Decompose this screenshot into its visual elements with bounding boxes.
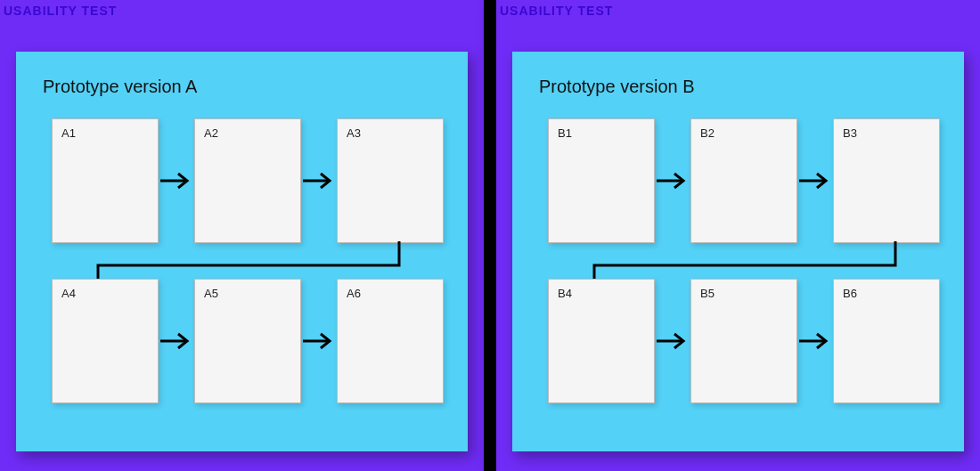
arrow-right-icon bbox=[655, 332, 690, 350]
screen-a1: A1 bbox=[52, 118, 159, 243]
screen-a3: A3 bbox=[337, 118, 444, 243]
prototype-card-b: Prototype version B B1 B2 B3 B4 bbox=[512, 52, 964, 451]
screen-a6: A6 bbox=[337, 279, 444, 403]
prototype-title: Prototype version A bbox=[43, 77, 441, 97]
panel-label: USABILITY TEST bbox=[500, 4, 613, 18]
prototype-card-a: Prototype version A A1 A2 A3 bbox=[16, 52, 468, 451]
arrow-right-icon bbox=[797, 332, 833, 350]
screens-area: A1 A2 A3 A4 A5 A6 bbox=[43, 118, 441, 421]
screen-a2: A2 bbox=[194, 118, 301, 243]
screens-area: B1 B2 B3 B4 B5 B6 bbox=[539, 118, 937, 421]
screen-b5: B5 bbox=[690, 279, 797, 403]
usability-test-panel-b: USABILITY TEST Prototype version B B1 B2… bbox=[496, 0, 980, 471]
screen-row: A1 A2 A3 bbox=[52, 118, 444, 243]
panel-label: USABILITY TEST bbox=[4, 4, 117, 18]
screen-a5: A5 bbox=[194, 279, 301, 403]
arrow-right-icon bbox=[301, 332, 337, 350]
usability-test-panel-a: USABILITY TEST Prototype version A A1 A2… bbox=[0, 0, 484, 471]
screen-b6: B6 bbox=[833, 279, 940, 403]
screen-row: B4 B5 B6 bbox=[548, 279, 940, 403]
arrow-right-icon bbox=[301, 172, 337, 190]
arrow-right-icon bbox=[655, 172, 690, 190]
screen-row: A4 A5 A6 bbox=[52, 279, 444, 403]
arrow-right-icon bbox=[159, 172, 194, 190]
screen-b3: B3 bbox=[833, 118, 940, 243]
screen-b1: B1 bbox=[548, 118, 655, 243]
arrow-right-icon bbox=[797, 172, 833, 190]
screen-b4: B4 bbox=[548, 279, 655, 403]
screen-b2: B2 bbox=[690, 118, 797, 243]
arrow-right-icon bbox=[159, 332, 194, 350]
prototype-title: Prototype version B bbox=[539, 77, 937, 97]
screen-a4: A4 bbox=[52, 279, 159, 403]
screen-row: B1 B2 B3 bbox=[548, 118, 940, 243]
